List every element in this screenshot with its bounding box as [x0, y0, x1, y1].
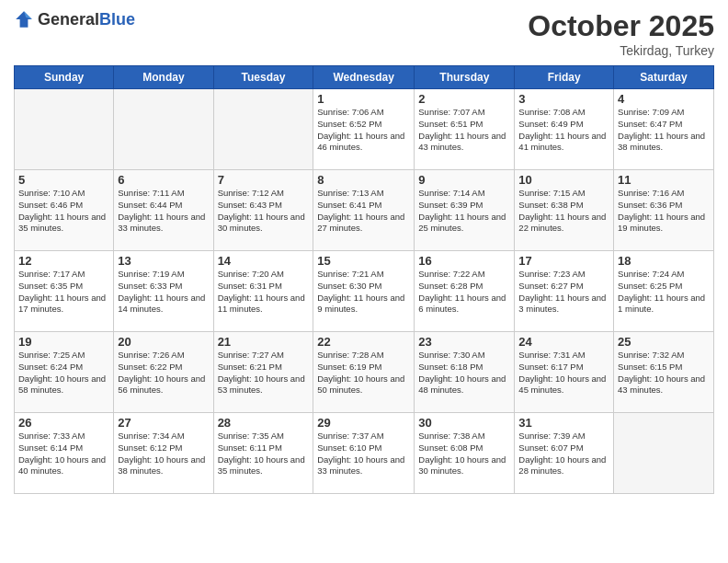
calendar-cell-1-3: 8Sunrise: 7:13 AM Sunset: 6:41 PM Daylig… [313, 170, 415, 251]
day-info: Sunrise: 7:23 AM Sunset: 6:27 PM Dayligh… [518, 269, 609, 316]
day-number: 16 [418, 254, 510, 268]
day-info: Sunrise: 7:20 AM Sunset: 6:31 PM Dayligh… [218, 269, 310, 316]
calendar-cell-2-2: 14Sunrise: 7:20 AM Sunset: 6:31 PM Dayli… [213, 251, 313, 332]
calendar-cell-2-6: 18Sunrise: 7:24 AM Sunset: 6:25 PM Dayli… [614, 251, 714, 332]
calendar-table: SundayMondayTuesdayWednesdayThursdayFrid… [14, 65, 714, 494]
day-info: Sunrise: 7:27 AM Sunset: 6:21 PM Dayligh… [218, 350, 310, 396]
calendar-cell-2-4: 16Sunrise: 7:22 AM Sunset: 6:28 PM Dayli… [415, 251, 515, 332]
calendar-cell-1-2: 7Sunrise: 7:12 AM Sunset: 6:43 PM Daylig… [213, 170, 313, 251]
calendar-cell-4-3: 29Sunrise: 7:37 AM Sunset: 6:10 PM Dayli… [313, 413, 415, 494]
weekday-header-wednesday: Wednesday [313, 66, 415, 89]
day-number: 24 [518, 335, 609, 349]
day-number: 28 [218, 416, 310, 430]
calendar-cell-3-5: 24Sunrise: 7:31 AM Sunset: 6:17 PM Dayli… [515, 332, 614, 413]
day-info: Sunrise: 7:08 AM Sunset: 6:49 PM Dayligh… [518, 107, 609, 154]
month-title: October 2025 [528, 9, 714, 43]
day-number: 26 [18, 416, 109, 430]
day-info: Sunrise: 7:25 AM Sunset: 6:24 PM Dayligh… [18, 350, 109, 396]
location-title: Tekirdag, Turkey [528, 43, 714, 58]
day-info: Sunrise: 7:10 AM Sunset: 6:46 PM Dayligh… [18, 188, 109, 235]
day-number: 7 [218, 173, 310, 187]
day-info: Sunrise: 7:07 AM Sunset: 6:51 PM Dayligh… [418, 107, 510, 154]
day-info: Sunrise: 7:09 AM Sunset: 6:47 PM Dayligh… [618, 107, 710, 154]
day-info: Sunrise: 7:16 AM Sunset: 6:36 PM Dayligh… [618, 188, 710, 235]
logo-blue: Blue [99, 10, 135, 29]
day-info: Sunrise: 7:37 AM Sunset: 6:10 PM Dayligh… [317, 431, 410, 477]
calendar-row-3: 19Sunrise: 7:25 AM Sunset: 6:24 PM Dayli… [15, 332, 714, 413]
day-info: Sunrise: 7:11 AM Sunset: 6:44 PM Dayligh… [118, 188, 209, 235]
calendar-cell-3-6: 25Sunrise: 7:32 AM Sunset: 6:15 PM Dayli… [614, 332, 714, 413]
calendar-cell-4-6 [614, 413, 714, 494]
day-info: Sunrise: 7:17 AM Sunset: 6:35 PM Dayligh… [18, 269, 109, 316]
calendar-cell-3-2: 21Sunrise: 7:27 AM Sunset: 6:21 PM Dayli… [213, 332, 313, 413]
calendar-cell-2-3: 15Sunrise: 7:21 AM Sunset: 6:30 PM Dayli… [313, 251, 415, 332]
calendar-cell-3-1: 20Sunrise: 7:26 AM Sunset: 6:22 PM Dayli… [114, 332, 213, 413]
logo-general: General [38, 10, 99, 29]
calendar-cell-4-1: 27Sunrise: 7:34 AM Sunset: 6:12 PM Dayli… [114, 413, 213, 494]
day-number: 12 [18, 254, 109, 268]
day-info: Sunrise: 7:34 AM Sunset: 6:12 PM Dayligh… [118, 431, 209, 477]
weekday-header-thursday: Thursday [415, 66, 515, 89]
day-number: 10 [518, 173, 609, 187]
day-info: Sunrise: 7:26 AM Sunset: 6:22 PM Dayligh… [118, 350, 209, 396]
header: GeneralBlue October 2025 Tekirdag, Turke… [14, 9, 714, 58]
day-number: 25 [618, 335, 710, 349]
day-info: Sunrise: 7:28 AM Sunset: 6:19 PM Dayligh… [317, 350, 410, 396]
day-info: Sunrise: 7:14 AM Sunset: 6:39 PM Dayligh… [418, 188, 510, 235]
day-number: 15 [317, 254, 410, 268]
title-block: October 2025 Tekirdag, Turkey [528, 9, 714, 58]
day-number: 18 [618, 254, 710, 268]
calendar-cell-4-5: 31Sunrise: 7:39 AM Sunset: 6:07 PM Dayli… [515, 413, 614, 494]
calendar-cell-3-4: 23Sunrise: 7:30 AM Sunset: 6:18 PM Dayli… [415, 332, 515, 413]
day-info: Sunrise: 7:19 AM Sunset: 6:33 PM Dayligh… [118, 269, 209, 316]
day-number: 3 [518, 92, 609, 106]
day-info: Sunrise: 7:31 AM Sunset: 6:17 PM Dayligh… [518, 350, 609, 396]
day-info: Sunrise: 7:30 AM Sunset: 6:18 PM Dayligh… [418, 350, 510, 396]
weekday-header-saturday: Saturday [614, 66, 714, 89]
logo-bird-icon [14, 9, 34, 29]
calendar-cell-0-4: 2Sunrise: 7:07 AM Sunset: 6:51 PM Daylig… [415, 89, 515, 170]
day-number: 5 [18, 173, 109, 187]
day-number: 30 [418, 416, 510, 430]
day-number: 17 [518, 254, 609, 268]
weekday-header-tuesday: Tuesday [213, 66, 313, 89]
day-number: 11 [618, 173, 710, 187]
page: GeneralBlue October 2025 Tekirdag, Turke… [0, 0, 728, 563]
day-info: Sunrise: 7:33 AM Sunset: 6:14 PM Dayligh… [18, 431, 109, 477]
day-info: Sunrise: 7:22 AM Sunset: 6:28 PM Dayligh… [418, 269, 510, 316]
calendar-cell-3-3: 22Sunrise: 7:28 AM Sunset: 6:19 PM Dayli… [313, 332, 415, 413]
day-info: Sunrise: 7:12 AM Sunset: 6:43 PM Dayligh… [218, 188, 310, 235]
logo-text: GeneralBlue [38, 10, 135, 29]
calendar-row-4: 26Sunrise: 7:33 AM Sunset: 6:14 PM Dayli… [15, 413, 714, 494]
calendar-cell-4-0: 26Sunrise: 7:33 AM Sunset: 6:14 PM Dayli… [15, 413, 114, 494]
day-number: 27 [118, 416, 209, 430]
weekday-header-row: SundayMondayTuesdayWednesdayThursdayFrid… [15, 66, 714, 89]
day-info: Sunrise: 7:32 AM Sunset: 6:15 PM Dayligh… [618, 350, 710, 396]
day-number: 23 [418, 335, 510, 349]
day-number: 20 [118, 335, 209, 349]
day-number: 21 [218, 335, 310, 349]
svg-marker-0 [16, 11, 32, 28]
day-info: Sunrise: 7:39 AM Sunset: 6:07 PM Dayligh… [518, 431, 609, 477]
calendar-cell-1-0: 5Sunrise: 7:10 AM Sunset: 6:46 PM Daylig… [15, 170, 114, 251]
day-info: Sunrise: 7:24 AM Sunset: 6:25 PM Dayligh… [618, 269, 710, 316]
day-info: Sunrise: 7:38 AM Sunset: 6:08 PM Dayligh… [418, 431, 510, 477]
calendar-cell-2-5: 17Sunrise: 7:23 AM Sunset: 6:27 PM Dayli… [515, 251, 614, 332]
day-number: 14 [218, 254, 310, 268]
calendar-row-2: 12Sunrise: 7:17 AM Sunset: 6:35 PM Dayli… [15, 251, 714, 332]
weekday-header-friday: Friday [515, 66, 614, 89]
calendar-cell-0-6: 4Sunrise: 7:09 AM Sunset: 6:47 PM Daylig… [614, 89, 714, 170]
weekday-header-monday: Monday [114, 66, 213, 89]
calendar-row-0: 1Sunrise: 7:06 AM Sunset: 6:52 PM Daylig… [15, 89, 714, 170]
calendar-cell-4-2: 28Sunrise: 7:35 AM Sunset: 6:11 PM Dayli… [213, 413, 313, 494]
day-number: 29 [317, 416, 410, 430]
calendar-cell-1-5: 10Sunrise: 7:15 AM Sunset: 6:38 PM Dayli… [515, 170, 614, 251]
calendar-cell-0-3: 1Sunrise: 7:06 AM Sunset: 6:52 PM Daylig… [313, 89, 415, 170]
day-info: Sunrise: 7:35 AM Sunset: 6:11 PM Dayligh… [218, 431, 310, 477]
day-number: 6 [118, 173, 209, 187]
calendar-cell-0-1 [114, 89, 213, 170]
day-number: 8 [317, 173, 410, 187]
day-number: 2 [418, 92, 510, 106]
day-info: Sunrise: 7:06 AM Sunset: 6:52 PM Dayligh… [317, 107, 410, 154]
day-info: Sunrise: 7:13 AM Sunset: 6:41 PM Dayligh… [317, 188, 410, 235]
